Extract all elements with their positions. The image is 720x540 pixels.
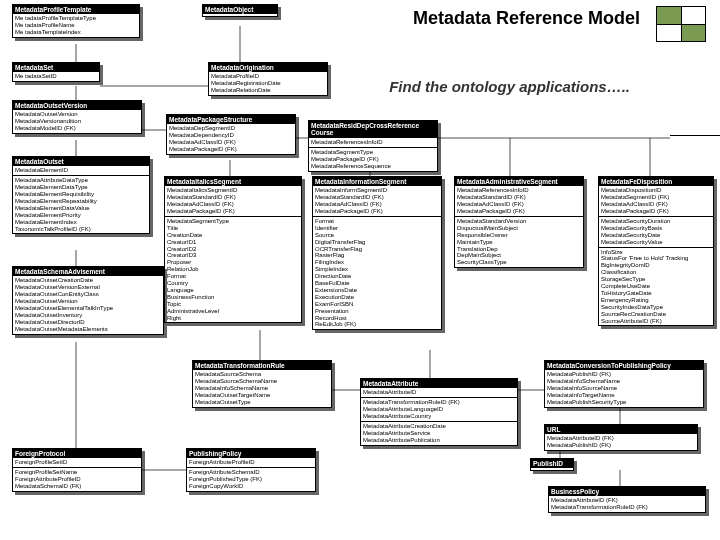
entity-section: MetadataAttributeID (FK)MetadataTransfor… — [549, 496, 705, 512]
entity-information-segment: MetadataInformationSegmentMetadataInform… — [312, 176, 442, 330]
entity-header: MetadataOutsetVersion — [13, 101, 141, 110]
entity-section: MetadataStandardVersionDispuctualMainSub… — [455, 217, 583, 267]
entity-attribute: MetadataElementDataType — [15, 184, 147, 191]
entity-header: ForeignProtocol — [13, 449, 141, 458]
entity-attribute: MetadataVersionandition — [15, 118, 139, 125]
entity-section: MetadataSecurityDurationMetadataSecurity… — [599, 217, 713, 248]
entity-attribute: MetadataReferencesInfoID — [457, 187, 581, 194]
entity-attribute: MetadataModelID (FK) — [15, 125, 139, 132]
entity-outset-version: MetadataOutsetVersionMetadataOutsetVersi… — [12, 100, 142, 134]
entity-attribute: TaxonomicTalkProfileID (FK) — [15, 226, 147, 233]
entity-header: PublishingPolicy — [187, 449, 315, 458]
entity-attribute: MetadataInfoTargetName — [547, 392, 701, 399]
entity-section: MetadataSegmentTypeTitleCreationDateCrea… — [165, 217, 301, 322]
entity-attribute: MetadataSchemaID (FK) — [15, 483, 139, 490]
entity-attribute: Me tadataSetID — [15, 73, 97, 80]
logo-icon — [656, 6, 706, 42]
entity-attribute: MetadataSecurityDate — [601, 232, 711, 239]
entity-url: URLMetadataAttributeID (FK)MetadataPubli… — [544, 424, 698, 451]
entity-package-structure: MetadataPackageStructureMetadataDepSegme… — [166, 114, 296, 155]
entity-header: MetadataSet — [13, 63, 99, 72]
entity-attribute: Topic — [167, 301, 299, 308]
entity-foreign-protocol: ForeignProtocolForeignProfileSetIDForeig… — [12, 448, 142, 492]
entity-attribute: ForeignAttributeProfileID — [189, 459, 313, 466]
entity-attribute: MetadataSegmentType — [167, 218, 299, 225]
entity-attribute: ForeignProfileSetName — [15, 469, 139, 476]
entity-section: MetadataAttributeDataTypeMetadataElement… — [13, 176, 149, 233]
entity-attribute: RelationJob — [167, 266, 299, 273]
entity-attribute: MetadataAttributeService — [363, 430, 515, 437]
entity-attribute: DirectionDate — [315, 273, 439, 280]
entity-origination: MetadataOriginationMetadataProfileIDMeta… — [208, 62, 328, 96]
entity-administrative-segment: MetadataAdministrativeSegmentMetadataRef… — [454, 176, 584, 268]
entity-section: FormatIdentifierSourceDigitalTransferFla… — [313, 217, 441, 329]
entity-schema-advisement: MetadataSchemaAdvisementMetadataOutsetCr… — [12, 266, 164, 335]
entity-section: MetadataItalicsSegmentIDMetadataStandard… — [165, 186, 301, 217]
entity-header: MetadataOutset — [13, 157, 149, 166]
entity-attribute: BaseFulDate — [315, 280, 439, 287]
entity-attribute: MetadataPackageID (FK) — [167, 208, 299, 215]
entity-attribute: Title — [167, 225, 299, 232]
entity-section: MetadataTransformationRuleID (FK)Metadat… — [361, 398, 517, 422]
entity-attribute: ReEditJob (FK) — [315, 321, 439, 328]
entity-attribute: MetadataPackageID (FK) — [601, 208, 711, 215]
entity-attribute: MetadataRelationDate — [211, 87, 325, 94]
entity-attribute: Classification — [601, 269, 711, 276]
entity-attribute: MetadataOutsetVersion — [15, 298, 161, 305]
entity-section: ForeignProfileSetNameForeignAttributePro… — [13, 468, 141, 491]
entity-attribute: MetadataOutsetCreationDate — [15, 277, 161, 284]
entity-attribute: MetadataPackageID (FK) — [457, 208, 581, 215]
entity-attribute: SourceAttributeID (FK) — [601, 318, 711, 325]
entity-set: MetadataSetMe tadataSetID — [12, 62, 100, 82]
entity-cross-reference: MetadataResidDepCrossReference CourseMet… — [308, 120, 438, 172]
entity-attribute: ForeignPublishedType (FK) — [189, 476, 313, 483]
entity-attribute: OCRTransferFlag — [315, 246, 439, 253]
entity-attribute: MetadataAttributeDataType — [15, 177, 147, 184]
entity-attribute: DispuctualMainSubject — [457, 225, 581, 232]
entity-attribute: MetadataAdClassID (FK) — [167, 201, 299, 208]
entity-attribute: Source — [315, 232, 439, 239]
entity-attribute: ExecutionDate — [315, 294, 439, 301]
entity-attribute: MetadataOutsetConEntityClass — [15, 291, 161, 298]
entity-header: BusinessPolicy — [549, 487, 705, 496]
entity-attribute: MetadataSegmentID (FK) — [601, 194, 711, 201]
entity-section: MetadataAttributeCreationDateMetadataAtt… — [361, 422, 517, 445]
entity-attribute: MaintainType — [457, 239, 581, 246]
entity-attribute: MetadataAdClassID (FK) — [315, 201, 439, 208]
entity-attribute: InfoSize — [601, 249, 711, 256]
entity-attribute: ForeignAttributeSchemaID — [189, 469, 313, 476]
entity-attribute: MetadataAttributePublication — [363, 437, 515, 444]
entity-attribute: MetadataTransformationRuleID (FK) — [551, 504, 703, 511]
entity-section: MetadataPublishID (FK)MetadataInfoSchema… — [545, 370, 703, 406]
entity-disposition: MetadataFeDispositionMetadataDisposition… — [598, 176, 714, 326]
entity-attribute: MetadataSecurityDuration — [601, 218, 711, 225]
entity-header: MetadataAdministrativeSegment — [455, 177, 583, 186]
entity-attribute: MetadataStandardID (FK) — [167, 194, 299, 201]
entity-section: ForeignAttributeSchemaIDForeignPublished… — [187, 468, 315, 491]
entity-section: MetadataReferencesInfoIDMetadataStandard… — [455, 186, 583, 217]
entity-attribute: Me tadataProfileName — [15, 22, 137, 29]
entity-attribute: MetadataAttributeMetadataAttributeIDMeta… — [360, 378, 518, 446]
entity-attribute: MetadataDepSegmentID — [169, 125, 293, 132]
entity-section: InfoSizeStatusFor 'Free to Hold' Trackin… — [599, 248, 713, 326]
entity-attribute: MetadataPackageID (FK) — [311, 156, 435, 163]
entity-section: MetadataProfileIDMetadataRegistrationDat… — [209, 72, 327, 95]
entity-attribute: Proposer — [167, 259, 299, 266]
entity-attribute: MetadataTransformationRuleID (FK) — [363, 399, 515, 406]
entity-attribute: Presentation — [315, 308, 439, 315]
entity-section: MetadataInformSegmentIDMetadataStandardI… — [313, 186, 441, 217]
entity-attribute: MetadataAttributeID (FK) — [551, 497, 703, 504]
entity-attribute: ForeignProfileSetID — [15, 459, 139, 466]
entity-attribute: MetadataElementDataValue — [15, 205, 147, 212]
entity-attribute: CreatorID2 — [167, 246, 299, 253]
entity-attribute: MetadataDependencyID — [169, 132, 293, 139]
entity-section: MetadataAttributeID — [361, 388, 517, 398]
entity-attribute: MetadataStandardID (FK) — [315, 194, 439, 201]
entity-header: MetadataResidDepCrossReference Course — [309, 121, 437, 138]
entity-attribute: CreatorID1 — [167, 239, 299, 246]
entity-header: MetadataConversionToPublishingPolicy — [545, 361, 703, 370]
entity-attribute: ToHistoryGateDate — [601, 290, 711, 297]
entity-attribute: MetadataStandardVersion — [457, 218, 581, 225]
entity-attribute: MetadataRegistrationDate — [211, 80, 325, 87]
entity-attribute: ExtensionsDate — [315, 287, 439, 294]
